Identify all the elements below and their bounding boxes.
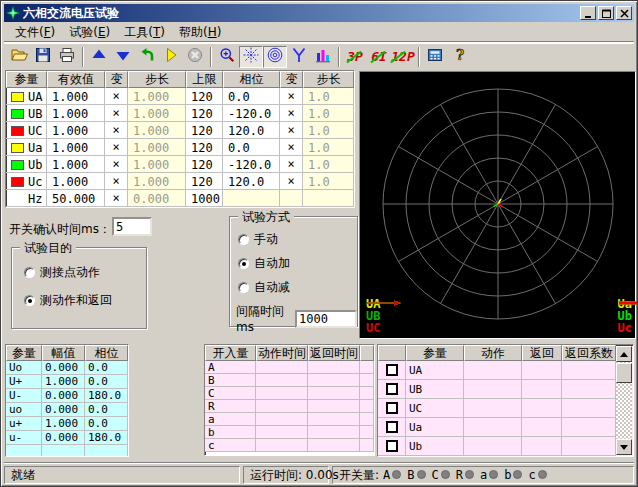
open-button[interactable] bbox=[7, 46, 31, 68]
step-cell[interactable]: 1.0 bbox=[303, 105, 354, 122]
vary-toggle-cell[interactable]: × bbox=[280, 122, 303, 139]
step-cell[interactable]: 1.0 bbox=[303, 139, 354, 156]
vertical-scrollbar[interactable] bbox=[616, 346, 632, 455]
titlebar[interactable]: 六相交流电压试验 bbox=[4, 4, 634, 22]
scroll-up-button[interactable] bbox=[616, 346, 632, 362]
vary-toggle-cell[interactable] bbox=[280, 190, 303, 207]
table-row[interactable]: C bbox=[205, 387, 374, 400]
phase-cell[interactable]: 120.0 bbox=[223, 122, 280, 139]
scroll-thumb[interactable] bbox=[616, 363, 632, 383]
table-row[interactable]: c bbox=[205, 439, 374, 452]
value-cell[interactable]: 1.000 bbox=[47, 105, 105, 122]
step-cell[interactable]: 1.0 bbox=[303, 122, 354, 139]
table-row[interactable]: A bbox=[205, 361, 374, 374]
menu-item[interactable]: 帮助(H) bbox=[172, 22, 228, 43]
value-cell[interactable]: 1.000 bbox=[47, 173, 105, 190]
radio-icon[interactable] bbox=[24, 267, 35, 278]
table-row[interactable]: U-0.000180.0 bbox=[6, 389, 128, 403]
help-button[interactable]: ? bbox=[447, 46, 471, 68]
radio-icon[interactable] bbox=[238, 258, 249, 269]
concentric-circles-button[interactable] bbox=[263, 46, 287, 68]
table-row[interactable]: U+1.0000.0 bbox=[6, 375, 128, 389]
6i-button[interactable]: 6I bbox=[367, 46, 391, 68]
table-row[interactable] bbox=[6, 445, 128, 457]
vary-toggle-cell[interactable]: × bbox=[280, 173, 303, 190]
select-checkbox[interactable] bbox=[386, 402, 398, 414]
radio-option[interactable]: 手动 bbox=[238, 231, 278, 248]
vary-toggle-cell[interactable]: × bbox=[105, 105, 128, 122]
limit-cell[interactable]: 120 bbox=[186, 88, 223, 105]
step-cell[interactable]: 0.000 bbox=[128, 190, 186, 207]
radio-icon[interactable] bbox=[238, 234, 249, 245]
radio-option[interactable]: 自动减 bbox=[238, 279, 290, 296]
select-checkbox[interactable] bbox=[386, 383, 398, 395]
menu-item[interactable]: 工具(T) bbox=[117, 22, 172, 43]
start-button[interactable] bbox=[159, 46, 183, 68]
bar-chart-button[interactable] bbox=[311, 46, 335, 68]
vary-toggle-cell[interactable]: × bbox=[105, 122, 128, 139]
select-checkbox[interactable] bbox=[386, 440, 398, 452]
table-row[interactable]: u-0.000180.0 bbox=[6, 431, 128, 445]
vary-toggle-cell[interactable]: × bbox=[280, 139, 303, 156]
y-connection-button[interactable] bbox=[287, 46, 311, 68]
table-row[interactable]: Uo0.0000.0 bbox=[6, 361, 128, 375]
zoom-button[interactable] bbox=[215, 46, 239, 68]
table-row[interactable]: Ub bbox=[378, 437, 633, 456]
vary-toggle-cell[interactable]: × bbox=[105, 88, 128, 105]
maximize-button[interactable] bbox=[598, 6, 614, 20]
radio-icon[interactable] bbox=[238, 282, 249, 293]
table-row[interactable]: a bbox=[205, 413, 374, 426]
limit-cell[interactable]: 120 bbox=[186, 156, 223, 173]
stop-button[interactable] bbox=[183, 46, 207, 68]
limit-cell[interactable]: 120 bbox=[186, 173, 223, 190]
select-checkbox[interactable] bbox=[386, 421, 398, 433]
value-cell[interactable]: 1.000 bbox=[47, 122, 105, 139]
vary-toggle-cell[interactable]: × bbox=[280, 156, 303, 173]
step-cell[interactable]: 1.000 bbox=[128, 156, 186, 173]
step-cell[interactable]: 1.000 bbox=[128, 139, 186, 156]
12p-button[interactable]: 12P bbox=[391, 46, 415, 68]
step-cell[interactable]: 1.000 bbox=[128, 105, 186, 122]
phase-cell[interactable]: 0.0 bbox=[223, 88, 280, 105]
phase-cell[interactable]: -120.0 bbox=[223, 105, 280, 122]
vary-toggle-cell[interactable]: × bbox=[105, 190, 128, 207]
lower-button[interactable] bbox=[111, 46, 135, 68]
value-cell[interactable]: 50.000 bbox=[47, 190, 105, 207]
select-checkbox[interactable] bbox=[386, 364, 398, 376]
limit-cell[interactable]: 120 bbox=[186, 105, 223, 122]
menu-item[interactable]: 试验(E) bbox=[62, 22, 117, 43]
reset-button[interactable] bbox=[135, 46, 159, 68]
value-cell[interactable]: 1.000 bbox=[47, 156, 105, 173]
minimize-button[interactable] bbox=[580, 6, 596, 20]
radio-option[interactable]: 自动加 bbox=[238, 255, 290, 272]
step-cell[interactable]: 1.0 bbox=[303, 173, 354, 190]
vary-toggle-cell[interactable]: × bbox=[105, 173, 128, 190]
step-cell[interactable] bbox=[303, 190, 354, 207]
table-row[interactable]: uo0.0000.0 bbox=[6, 403, 128, 417]
radio-option[interactable]: 测动作和返回 bbox=[24, 292, 112, 309]
calculator-button[interactable] bbox=[423, 46, 447, 68]
table-row[interactable]: Uc bbox=[378, 456, 633, 457]
radio-option[interactable]: 测接点动作 bbox=[24, 264, 100, 281]
print-button[interactable] bbox=[55, 46, 79, 68]
phasor-star-button[interactable] bbox=[239, 46, 263, 68]
table-row[interactable]: R bbox=[205, 400, 374, 413]
table-row[interactable]: UB bbox=[378, 380, 633, 399]
save-button[interactable] bbox=[31, 46, 55, 68]
vary-toggle-cell[interactable]: × bbox=[280, 105, 303, 122]
phase-cell[interactable]: 0.0 bbox=[223, 139, 280, 156]
phase-cell[interactable]: 120.0 bbox=[223, 173, 280, 190]
limit-cell[interactable]: 120 bbox=[186, 139, 223, 156]
table-row[interactable]: UC bbox=[378, 399, 633, 418]
radio-icon[interactable] bbox=[24, 295, 35, 306]
3p-button[interactable]: 3P bbox=[343, 46, 367, 68]
phase-cell[interactable]: -120.0 bbox=[223, 156, 280, 173]
step-cell[interactable]: 1.0 bbox=[303, 156, 354, 173]
table-row[interactable]: UA bbox=[378, 361, 633, 380]
step-cell[interactable]: 1.000 bbox=[128, 88, 186, 105]
table-row[interactable]: B bbox=[205, 374, 374, 387]
vary-toggle-cell[interactable]: × bbox=[105, 139, 128, 156]
table-row[interactable]: u+1.0000.0 bbox=[6, 417, 128, 431]
interval-input[interactable] bbox=[295, 310, 357, 328]
table-row[interactable]: b bbox=[205, 426, 374, 439]
